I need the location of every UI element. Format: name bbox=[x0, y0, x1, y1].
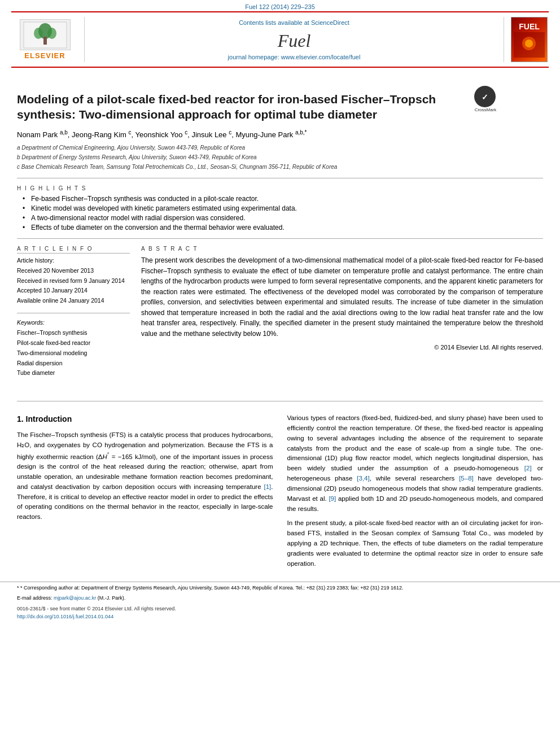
contents-line: Contents lists available at ScienceDirec… bbox=[239, 19, 349, 26]
separator-keywords bbox=[17, 313, 130, 313]
corresponding-author-text: * Corresponding author at: Department of… bbox=[20, 585, 404, 591]
ref-9[interactable]: [9] bbox=[329, 495, 336, 502]
content-area: Modeling of a pilot-scale fixed-bed reac… bbox=[0, 68, 560, 396]
keyword-2: Pilot-scale fixed-bed reactor bbox=[17, 338, 130, 348]
corresponding-author-note: * * Corresponding author at: Department … bbox=[17, 584, 543, 592]
intro-para-2: Various types of reactors (fixed-bed, fl… bbox=[287, 413, 544, 514]
fuel-cover-image: FUEL bbox=[511, 17, 548, 62]
svg-point-7 bbox=[525, 40, 533, 47]
body-content: 1. Introduction The Fischer–Tropsch synt… bbox=[0, 406, 560, 579]
separator-body bbox=[17, 401, 543, 401]
myung-june-park: Myung-June Park a,b,* bbox=[235, 130, 307, 139]
separator-1 bbox=[17, 178, 543, 178]
email-link[interactable]: mjpark@ajou.ac.kr bbox=[54, 595, 96, 601]
fuel-cover-area: FUEL bbox=[504, 17, 549, 62]
highlight-item-3: A two-dimensional reactor model with rad… bbox=[23, 214, 543, 222]
elsevier-label: ELSEVIER bbox=[24, 51, 65, 60]
abstract-label: A B S T R A C T bbox=[141, 246, 543, 252]
keywords-list: Keywords: Fischer–Tropsch synthesis Pilo… bbox=[17, 318, 130, 378]
crossmark-icon: ✓ bbox=[474, 86, 496, 107]
article-title: Modeling of a pilot-scale fixed-bed reac… bbox=[17, 91, 469, 123]
issn-line: 0016-2361/$ - see front matter © 2014 El… bbox=[17, 605, 543, 613]
email-label: E-mail address: bbox=[17, 595, 54, 601]
ref-34[interactable]: [3,4] bbox=[357, 475, 369, 482]
article-info-section: A R T I C L E I N F O Article history: R… bbox=[17, 246, 130, 306]
article-info-abstract: A R T I C L E I N F O Article history: R… bbox=[17, 246, 543, 385]
jeong-rang-kim: Jeong-Rang Kim c, bbox=[72, 130, 135, 139]
doi-link[interactable]: http://dx.doi.org/10.1016/j.fuel.2014.01… bbox=[17, 614, 113, 619]
copyright-line: © 2014 Elsevier Ltd. All rights reserved… bbox=[141, 344, 543, 351]
svg-text:✓: ✓ bbox=[482, 93, 488, 102]
article-info-col: A R T I C L E I N F O Article history: R… bbox=[17, 246, 130, 385]
body-col-right: Various types of reactors (fixed-bed, fl… bbox=[287, 413, 544, 573]
authors-line: Nonam Park a,b, Jeong-Rang Kim c, Yeonsh… bbox=[17, 129, 543, 139]
svg-rect-4 bbox=[43, 37, 47, 45]
highlight-item-2: Kinetic model was developed with kinetic… bbox=[23, 204, 543, 212]
affiliation-a: a Department of Chemical Engineering, Aj… bbox=[17, 143, 543, 152]
crossmark-area: ✓ CrossMark bbox=[474, 86, 497, 108]
keyword-3: Two-dimensional modeling bbox=[17, 348, 130, 359]
intro-para-3: In the present study, a pilot-scale fixe… bbox=[287, 518, 544, 569]
ref-1[interactable]: [1] bbox=[264, 483, 272, 490]
ref-2[interactable]: [2] bbox=[524, 465, 532, 471]
footer-area: * * Corresponding author at: Department … bbox=[0, 582, 560, 621]
affiliation-b: b Department of Energy Systems Research,… bbox=[17, 153, 543, 161]
keyword-5: Tube diameter bbox=[17, 368, 130, 378]
separator-2 bbox=[17, 238, 543, 239]
sciencedirect-link[interactable]: ScienceDirect bbox=[311, 19, 349, 26]
journal-title: Fuel bbox=[278, 30, 311, 51]
nonam-park: Nonam Park a,b, bbox=[17, 130, 72, 139]
bottom-bar: 0016-2361/$ - see front matter © 2014 El… bbox=[17, 605, 543, 621]
keyword-4: Radial dispersion bbox=[17, 359, 130, 369]
received-revised-date: Received in revised form 9 January 2014 bbox=[17, 276, 130, 286]
jinsuk-lee: Jinsuk Lee c, bbox=[191, 130, 235, 139]
body-two-col: 1. Introduction The Fischer–Tropsch synt… bbox=[17, 413, 543, 573]
abstract-col: A B S T R A C T The present work describ… bbox=[141, 246, 543, 385]
article-info-label: A R T I C L E I N F O bbox=[17, 246, 130, 254]
highlights-label: H I G H L I G H T S bbox=[17, 185, 543, 191]
yeonshick-yoo: Yeonshick Yoo c, bbox=[135, 130, 191, 139]
history-label: Article history: bbox=[17, 256, 130, 266]
top-bar: Fuel 122 (2014) 229–235 bbox=[0, 0, 560, 11]
available-date: Available online 24 January 2014 bbox=[17, 296, 130, 306]
keywords-label: Keywords: bbox=[17, 318, 130, 328]
page-wrapper: Fuel 122 (2014) 229–235 ELSEVIER bbox=[0, 0, 560, 747]
article-history: Article history: Received 20 November 20… bbox=[17, 256, 130, 306]
highlight-item-4: Effects of tube diameter on the conversi… bbox=[23, 224, 543, 231]
elsevier-logo: ELSEVIER bbox=[20, 19, 71, 60]
highlights-list: Fe-based Fischer–Tropsch synthesis was c… bbox=[23, 195, 543, 231]
elsevier-logo-area: ELSEVIER bbox=[11, 17, 85, 62]
affiliation-c: c Base Chemicals Research Team, Samsung … bbox=[17, 163, 543, 171]
email-note: E-mail address: mjpark@ajou.ac.kr (M.-J.… bbox=[17, 595, 543, 602]
intro-para-1: The Fischer–Tropsch synthesis (FTS) is a… bbox=[17, 430, 273, 522]
ref-58[interactable]: [5–8] bbox=[459, 475, 474, 482]
doi-line: http://dx.doi.org/10.1016/j.fuel.2014.01… bbox=[17, 613, 543, 621]
journal-header: ELSEVIER Contents lists available at Sci… bbox=[11, 11, 549, 68]
svg-point-3 bbox=[47, 28, 56, 39]
body-col-left: 1. Introduction The Fischer–Tropsch synt… bbox=[17, 413, 273, 573]
email-suffix: (M.-J. Park). bbox=[98, 595, 126, 601]
accepted-date: Accepted 10 January 2014 bbox=[17, 286, 130, 296]
keyword-1: Fischer–Tropsch synthesis bbox=[17, 328, 130, 338]
elsevier-logo-image bbox=[20, 19, 71, 50]
keywords-section: Keywords: Fischer–Tropsch synthesis Pilo… bbox=[17, 318, 130, 378]
journal-center: Contents lists available at ScienceDirec… bbox=[85, 17, 504, 62]
homepage-label: journal homepage: www.elsevier.com/locat… bbox=[228, 54, 361, 60]
fuel-cover-label: FUEL bbox=[519, 22, 540, 31]
abstract-text: The present work describes the developme… bbox=[141, 255, 543, 339]
highlight-item-1: Fe-based Fischer–Tropsch synthesis was c… bbox=[23, 195, 543, 203]
svg-point-2 bbox=[34, 28, 43, 39]
intro-heading: 1. Introduction bbox=[17, 413, 273, 426]
received-date: Received 20 November 2013 bbox=[17, 266, 130, 276]
journal-citation: Fuel 122 (2014) 229–235 bbox=[245, 3, 315, 10]
contents-text: Contents lists available at bbox=[239, 19, 309, 26]
journal-homepage: journal homepage: www.elsevier.com/locat… bbox=[228, 54, 361, 60]
